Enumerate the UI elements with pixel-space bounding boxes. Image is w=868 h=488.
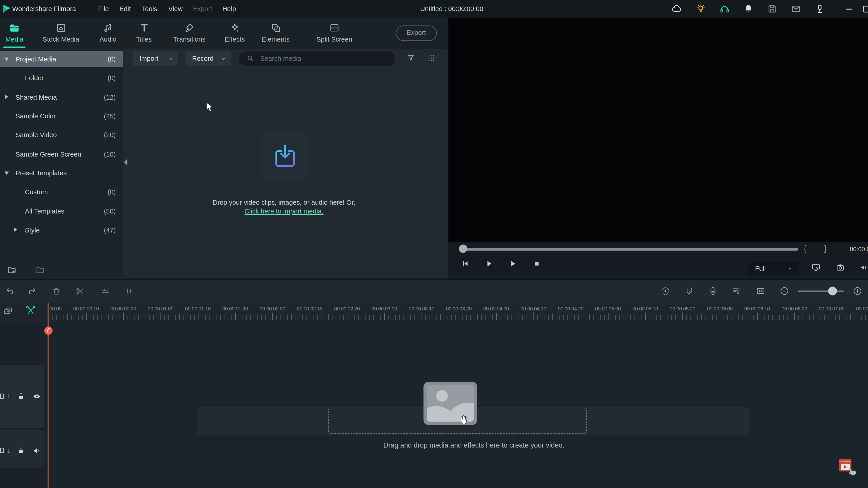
import-media-link[interactable]: Click here to import media. bbox=[245, 207, 324, 215]
volume-speaker-icon[interactable] bbox=[860, 263, 868, 272]
zoom-in-icon[interactable] bbox=[852, 286, 862, 296]
grid-view-icon[interactable] bbox=[427, 54, 436, 63]
search-input[interactable] bbox=[260, 52, 388, 65]
mute-speaker-icon[interactable] bbox=[32, 446, 41, 455]
sidebar-item-sample-green-screen[interactable]: Sample Green Screen(10) bbox=[0, 146, 123, 162]
zoom-out-icon[interactable] bbox=[779, 286, 789, 296]
timeline-zoom-handle[interactable] bbox=[828, 287, 837, 295]
ruler-label: 00:00:05:10 bbox=[632, 306, 658, 311]
expand-arrow-icon[interactable] bbox=[4, 58, 9, 61]
sidebar-collapse-handle[interactable] bbox=[123, 157, 129, 168]
sidebar-item-sample-color[interactable]: Sample Color(25) bbox=[0, 108, 123, 124]
redo-icon[interactable] bbox=[27, 287, 37, 296]
lock-icon[interactable] bbox=[17, 446, 25, 455]
tab-stock-media[interactable]: Stock Media bbox=[43, 21, 79, 43]
tab-media[interactable]: Media bbox=[5, 21, 24, 43]
quality-dropdown[interactable]: Full bbox=[748, 262, 799, 275]
video-preview[interactable] bbox=[448, 18, 868, 242]
add-folder-icon[interactable] bbox=[7, 265, 17, 274]
pointer-hand-cursor bbox=[846, 465, 858, 478]
minimize-icon[interactable] bbox=[844, 3, 855, 14]
stop-button[interactable] bbox=[532, 260, 541, 268]
mic-icon[interactable] bbox=[814, 3, 825, 14]
search-box[interactable] bbox=[239, 52, 395, 66]
visibility-eye-icon[interactable] bbox=[32, 392, 41, 401]
tab-transitions[interactable]: Transitions bbox=[173, 21, 206, 43]
bell-icon[interactable] bbox=[743, 3, 754, 14]
audio-mixer-icon[interactable] bbox=[732, 286, 742, 296]
adjust-icon[interactable] bbox=[100, 287, 110, 296]
manage-tracks-icon[interactable] bbox=[3, 306, 13, 317]
ruler-label: 00:00:06:00 bbox=[707, 306, 733, 311]
menu-file[interactable]: File bbox=[98, 5, 109, 13]
voiceover-icon[interactable] bbox=[708, 286, 718, 296]
effects-icon bbox=[225, 21, 245, 34]
sidebar-item-all-templates[interactable]: All Templates(50) bbox=[0, 203, 123, 219]
tab-effects[interactable]: Effects bbox=[225, 21, 245, 43]
menu-edit[interactable]: Edit bbox=[119, 5, 131, 13]
render-preview-icon[interactable] bbox=[660, 286, 671, 296]
tab-elements[interactable]: Elements bbox=[262, 21, 289, 43]
delete-icon[interactable] bbox=[52, 287, 61, 296]
tab-audio[interactable]: Audio bbox=[99, 21, 116, 43]
collapsed-arrow-icon[interactable] bbox=[14, 228, 17, 232]
tab-split-screen[interactable]: Split Screen bbox=[316, 21, 352, 43]
cloud-icon[interactable] bbox=[672, 3, 683, 14]
chevron-down-icon bbox=[787, 266, 793, 272]
export-button[interactable]: Export bbox=[396, 26, 437, 41]
play-button[interactable] bbox=[509, 260, 517, 268]
sidebar-item-sample-video[interactable]: Sample Video(20) bbox=[0, 127, 123, 143]
detach-monitor-icon[interactable] bbox=[811, 262, 821, 272]
menu-export[interactable]: Export bbox=[193, 5, 212, 13]
tab-titles[interactable]: Titles bbox=[136, 21, 152, 43]
import-drop-icon[interactable] bbox=[260, 132, 309, 181]
import-button[interactable]: Import bbox=[133, 51, 178, 66]
search-icon bbox=[246, 54, 255, 63]
sidebar-item-project-media[interactable]: Project Media(0) bbox=[0, 51, 123, 67]
previous-frame-button[interactable] bbox=[461, 260, 469, 268]
app-title: Wondershare Filmora bbox=[12, 5, 76, 13]
seek-slider-handle[interactable] bbox=[459, 245, 467, 253]
expand-arrow-icon[interactable] bbox=[4, 171, 9, 175]
sidebar-item-shared-media[interactable]: Shared Media(12) bbox=[0, 89, 123, 105]
timeline-ruler[interactable]: 00:00:00:0000:00:00:1000:00:00:2000:00:0… bbox=[0, 303, 868, 322]
sidebar-item-custom[interactable]: Custom(0) bbox=[0, 184, 123, 200]
audio-stretch-icon[interactable] bbox=[124, 287, 134, 296]
marker-icon[interactable] bbox=[684, 286, 694, 296]
undo-icon[interactable] bbox=[5, 287, 15, 296]
next-frame-button[interactable] bbox=[485, 260, 493, 268]
delete-folder-icon[interactable] bbox=[35, 265, 45, 274]
track-clip-icon bbox=[0, 447, 5, 454]
menu-view[interactable]: View bbox=[168, 5, 183, 13]
ruler-label: 00:00:04:10 bbox=[521, 306, 546, 311]
filter-icon[interactable] bbox=[406, 54, 415, 63]
record-button[interactable]: Record bbox=[185, 51, 231, 66]
quick-split-icon[interactable] bbox=[26, 305, 36, 316]
timeline-toolbar bbox=[0, 280, 868, 303]
save-icon[interactable] bbox=[767, 3, 778, 14]
mouse-cursor bbox=[206, 102, 214, 113]
playhead-handle[interactable] bbox=[44, 326, 53, 335]
snapshot-camera-icon[interactable] bbox=[836, 263, 845, 272]
ruler-label: 00:00:07:10 bbox=[856, 306, 868, 311]
fit-timeline-icon[interactable] bbox=[756, 286, 766, 296]
headset-icon[interactable] bbox=[719, 3, 730, 14]
media-panel: Import Record Drop your video clips, ima… bbox=[123, 49, 448, 277]
menu-help[interactable]: Help bbox=[222, 5, 236, 13]
mail-icon[interactable] bbox=[790, 3, 802, 14]
menu-tools[interactable]: Tools bbox=[142, 5, 157, 13]
lock-icon[interactable] bbox=[17, 392, 25, 400]
sidebar-item-preset-templates[interactable]: Preset Templates bbox=[0, 165, 123, 181]
window-icon[interactable] bbox=[862, 3, 868, 14]
mark-in-brace[interactable]: { bbox=[804, 244, 806, 253]
sidebar-item-style[interactable]: Style(47) bbox=[0, 222, 123, 238]
chevron-down-icon bbox=[168, 56, 174, 62]
bulb-icon[interactable] bbox=[695, 3, 706, 14]
ruler-label: 00:00:07:00 bbox=[819, 306, 844, 311]
split-icon[interactable] bbox=[75, 287, 85, 296]
sidebar-item-folder[interactable]: Folder(0) bbox=[0, 70, 123, 86]
mark-out-brace[interactable]: } bbox=[825, 244, 827, 253]
seek-slider-track[interactable] bbox=[464, 248, 798, 250]
collapsed-arrow-icon[interactable] bbox=[5, 94, 8, 99]
stockimage-icon bbox=[43, 21, 79, 34]
